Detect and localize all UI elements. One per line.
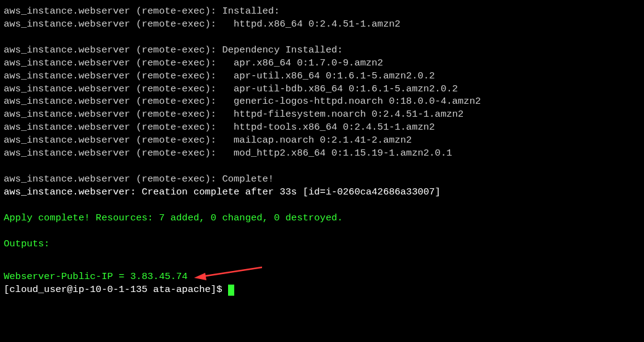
log-prefix: aws_instance.webserver (remote-exec):: [4, 44, 216, 56]
dep-item: httpd-tools.x86_64 0:2.4.51-1.amzn2: [216, 122, 434, 133]
log-line: aws_instance.webserver (remote-exec): ma…: [4, 134, 640, 147]
log-line: aws_instance.webserver (remote-exec): ap…: [4, 83, 640, 96]
dep-item: generic-logos-httpd.noarch 0:18.0.0-4.am…: [216, 96, 481, 107]
outputs-header-line: Outputs:: [4, 238, 640, 251]
log-line: aws_instance.webserver (remote-exec): ht…: [4, 108, 640, 121]
log-prefix: aws_instance.webserver (remote-exec):: [4, 109, 216, 120]
log-line: aws_instance.webserver (remote-exec): De…: [4, 44, 640, 57]
outputs-label: Outputs:: [4, 238, 49, 249]
log-prefix: aws_instance.webserver (remote-exec):: [4, 83, 216, 94]
blank-line: [4, 251, 640, 264]
log-text: Installed:: [216, 6, 279, 17]
dep-header: Dependency Installed:: [216, 44, 343, 56]
log-prefix: aws_instance.webserver (remote-exec):: [4, 148, 216, 159]
log-prefix: aws_instance.webserver (remote-exec):: [4, 57, 216, 69]
dep-item: httpd-filesystem.noarch 0:2.4.51-1.amzn2: [216, 109, 464, 120]
prompt-line[interactable]: [cloud_user@ip-10-0-1-135 ata-apache]$: [4, 283, 640, 296]
log-text: httpd.x86_64 0:2.4.51-1.amzn2: [216, 19, 400, 30]
log-prefix: aws_instance.webserver (remote-exec):: [4, 6, 216, 17]
dep-item: apr.x86_64 0:1.7.0-9.amzn2: [216, 57, 383, 69]
log-prefix: aws_instance.webserver (remote-exec):: [4, 96, 216, 107]
dep-item: apr-util.x86_64 0:1.6.1-5.amzn2.0.2: [216, 70, 434, 81]
log-line: aws_instance.webserver (remote-exec): ge…: [4, 95, 640, 108]
terminal-output: aws_instance.webserver (remote-exec): In…: [4, 5, 640, 296]
log-line: aws_instance.webserver (remote-exec): ht…: [4, 18, 640, 31]
creation-complete-line: aws_instance.webserver: Creation complet…: [4, 186, 640, 199]
shell-prompt: [cloud_user@ip-10-0-1-135 ata-apache]$: [4, 284, 228, 295]
blank-line: [4, 199, 640, 212]
blank-line: [4, 31, 640, 44]
log-prefix: aws_instance.webserver (remote-exec):: [4, 70, 216, 81]
apply-text: Apply complete! Resources: 7 added, 0 ch…: [4, 212, 343, 223]
output-kv: Webserver-Public-IP = 3.83.45.74: [4, 271, 188, 282]
blank-line: [4, 225, 640, 238]
log-prefix: aws_instance.webserver (remote-exec):: [4, 122, 216, 133]
log-line: aws_instance.webserver (remote-exec): ht…: [4, 121, 640, 134]
log-line: aws_instance.webserver (remote-exec): ap…: [4, 70, 640, 83]
cursor-icon: [228, 285, 234, 296]
dep-item: mailcap.noarch 0:2.1.41-2.amzn2: [216, 135, 412, 146]
annotation-arrow-icon: [194, 263, 262, 283]
log-line: aws_instance.webserver (remote-exec): ap…: [4, 57, 640, 70]
svg-line-0: [201, 267, 262, 277]
log-prefix: aws_instance.webserver (remote-exec):: [4, 19, 216, 30]
creation-text: aws_instance.webserver: Creation complet…: [4, 186, 441, 198]
dep-item: apr-util-bdb.x86_64 0:1.6.1-5.amzn2.0.2: [216, 83, 458, 94]
blank-line: [4, 160, 640, 173]
log-prefix: aws_instance.webserver (remote-exec):: [4, 173, 216, 185]
complete-text: Complete!: [216, 173, 274, 185]
log-line: aws_instance.webserver (remote-exec): In…: [4, 5, 640, 18]
apply-complete-line: Apply complete! Resources: 7 added, 0 ch…: [4, 212, 640, 225]
dep-item: mod_http2.x86_64 0:1.15.19-1.amzn2.0.1: [216, 148, 452, 159]
log-line: aws_instance.webserver (remote-exec): Co…: [4, 173, 640, 186]
svg-marker-1: [194, 273, 206, 280]
log-line: aws_instance.webserver (remote-exec): mo…: [4, 147, 640, 160]
output-kv-line: Webserver-Public-IP = 3.83.45.74: [4, 263, 640, 283]
log-prefix: aws_instance.webserver (remote-exec):: [4, 135, 216, 146]
